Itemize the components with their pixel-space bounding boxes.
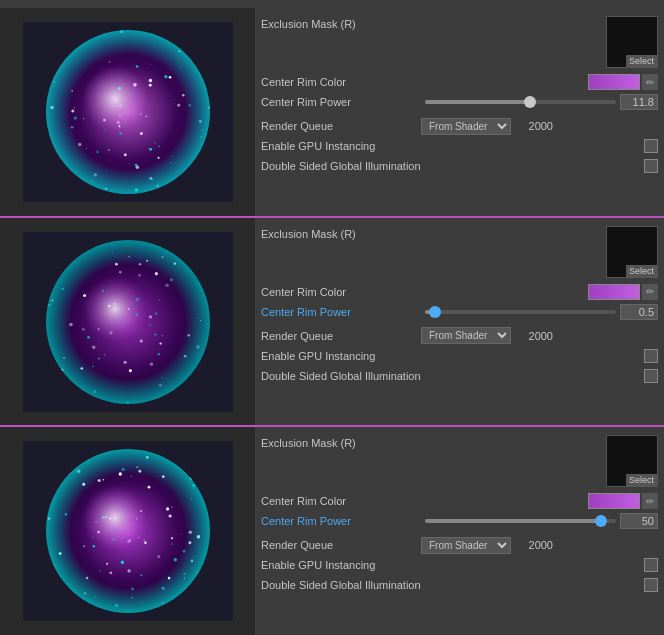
center-rim-power-label-panel2: Center Rim Power: [261, 306, 421, 318]
render-queue-row-panel1: Render QueueFrom Shader2000: [255, 116, 664, 136]
double-sided-row-panel1: Double Sided Global Illumination: [255, 156, 664, 176]
color-swatch-container-panel2: ✏: [588, 284, 658, 300]
mask-thumbnail-panel3: Select: [606, 435, 658, 487]
center-rim-power-label-panel1: Center Rim Power: [261, 96, 421, 108]
color-swatch-panel2[interactable]: [588, 284, 640, 300]
mask-thumbnail-panel2: Select: [606, 226, 658, 278]
slider-value-panel2: 0.5: [620, 304, 658, 320]
preview-area-panel3: [0, 427, 255, 635]
gpu-instancing-checkbox-panel3[interactable]: [644, 558, 658, 572]
center-rim-color-label-panel1: Center Rim Color: [261, 76, 421, 88]
slider-row-panel3: Center Rim Power50: [255, 511, 664, 531]
slider-fill-panel1: [425, 100, 530, 104]
gpu-instancing-label-panel3: Enable GPU Instancing: [261, 559, 481, 571]
eyedropper-button-panel1[interactable]: ✏: [642, 74, 658, 90]
slider-row-panel2: Center Rim Power0.5: [255, 302, 664, 322]
select-button-panel3[interactable]: Select: [626, 474, 657, 486]
double-sided-row-panel3: Double Sided Global Illumination: [255, 575, 664, 595]
gpu-instancing-row-panel1: Enable GPU Instancing: [255, 136, 664, 156]
exclusion-mask-label-panel2: Exclusion Mask (R): [261, 226, 421, 240]
panel-panel2: Exclusion Mask (R)SelectCenter Rim Color…: [0, 216, 664, 426]
double-sided-label-panel1: Double Sided Global Illumination: [261, 160, 481, 172]
slider-thumb-panel2[interactable]: [429, 306, 441, 318]
double-sided-checkbox-panel2[interactable]: [644, 369, 658, 383]
slider-track-panel3[interactable]: [425, 519, 616, 523]
render-queue-value-panel3: 2000: [515, 539, 553, 551]
eyedropper-button-panel2[interactable]: ✏: [642, 284, 658, 300]
center-rim-color-label-panel3: Center Rim Color: [261, 495, 421, 507]
double-sided-label-panel2: Double Sided Global Illumination: [261, 370, 481, 382]
slider-thumb-panel3[interactable]: [595, 515, 607, 527]
slider-fill-panel3: [425, 519, 601, 523]
gpu-instancing-label-panel2: Enable GPU Instancing: [261, 350, 481, 362]
color-row-panel3: Center Rim Color✏: [255, 491, 664, 511]
color-swatch-container-panel3: ✏: [588, 493, 658, 509]
properties-area-panel1: Exclusion Mask (R)SelectCenter Rim Color…: [255, 8, 664, 216]
properties-area-panel3: Exclusion Mask (R)SelectCenter Rim Color…: [255, 427, 664, 635]
render-queue-row-panel3: Render QueueFrom Shader2000: [255, 535, 664, 555]
panel-panel1: Exclusion Mask (R)SelectCenter Rim Color…: [0, 8, 664, 216]
select-button-panel2[interactable]: Select: [626, 265, 657, 277]
slider-track-panel1[interactable]: [425, 100, 616, 104]
gel-label: [0, 0, 664, 8]
gpu-instancing-checkbox-panel1[interactable]: [644, 139, 658, 153]
svg-point-249: [46, 240, 210, 404]
main-container: Exclusion Mask (R)SelectCenter Rim Color…: [0, 0, 664, 635]
render-queue-row-panel2: Render QueueFrom Shader2000: [255, 326, 664, 346]
gpu-instancing-row-panel3: Enable GPU Instancing: [255, 555, 664, 575]
gpu-instancing-checkbox-panel2[interactable]: [644, 349, 658, 363]
render-queue-value-panel2: 2000: [515, 330, 553, 342]
exclusion-mask-row-panel2: Exclusion Mask (R)Select: [255, 222, 664, 282]
exclusion-mask-label-panel1: Exclusion Mask (R): [261, 16, 421, 30]
render-queue-value-panel1: 2000: [515, 120, 553, 132]
exclusion-mask-row-panel1: Exclusion Mask (R)Select: [255, 12, 664, 72]
color-row-panel2: Center Rim Color✏: [255, 282, 664, 302]
double-sided-row-panel2: Double Sided Global Illumination: [255, 366, 664, 386]
color-row-panel1: Center Rim Color✏: [255, 72, 664, 92]
double-sided-label-panel3: Double Sided Global Illumination: [261, 579, 481, 591]
slider-row-panel1: Center Rim Power11.8: [255, 92, 664, 112]
preview-area-panel2: [0, 218, 255, 426]
select-button-panel1[interactable]: Select: [626, 55, 657, 67]
render-queue-label-panel1: Render Queue: [261, 120, 421, 132]
preview-area-panel1: [0, 8, 255, 216]
eyedropper-button-panel3[interactable]: ✏: [642, 493, 658, 509]
render-queue-label-panel3: Render Queue: [261, 539, 421, 551]
panel-panel3: Exclusion Mask (R)SelectCenter Rim Color…: [0, 425, 664, 635]
center-rim-power-label-panel3: Center Rim Power: [261, 515, 421, 527]
exclusion-mask-row-panel3: Exclusion Mask (R)Select: [255, 431, 664, 491]
gpu-instancing-label-panel1: Enable GPU Instancing: [261, 140, 481, 152]
properties-area-panel2: Exclusion Mask (R)SelectCenter Rim Color…: [255, 218, 664, 426]
svg-point-374: [46, 449, 210, 613]
color-swatch-panel1[interactable]: [588, 74, 640, 90]
slider-value-panel1: 11.8: [620, 94, 658, 110]
render-queue-label-panel2: Render Queue: [261, 330, 421, 342]
exclusion-mask-label-panel3: Exclusion Mask (R): [261, 435, 421, 449]
center-rim-color-label-panel2: Center Rim Color: [261, 286, 421, 298]
color-swatch-container-panel1: ✏: [588, 74, 658, 90]
render-queue-select-panel3[interactable]: From Shader: [421, 537, 511, 554]
double-sided-checkbox-panel3[interactable]: [644, 578, 658, 592]
gpu-instancing-row-panel2: Enable GPU Instancing: [255, 346, 664, 366]
color-swatch-panel3[interactable]: [588, 493, 640, 509]
double-sided-checkbox-panel1[interactable]: [644, 159, 658, 173]
slider-thumb-panel1[interactable]: [524, 96, 536, 108]
render-queue-select-panel1[interactable]: From Shader: [421, 118, 511, 135]
svg-point-124: [46, 30, 210, 194]
panels-container: Exclusion Mask (R)SelectCenter Rim Color…: [0, 8, 664, 635]
slider-track-panel2[interactable]: [425, 310, 616, 314]
slider-value-panel3: 50: [620, 513, 658, 529]
render-queue-select-panel2[interactable]: From Shader: [421, 327, 511, 344]
mask-thumbnail-panel1: Select: [606, 16, 658, 68]
